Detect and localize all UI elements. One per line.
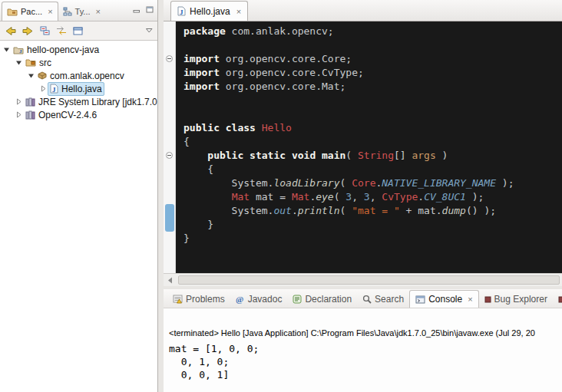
search-icon (362, 295, 372, 304)
bottom-tab-javadoc[interactable]: @Javadoc (230, 291, 288, 308)
java-file-icon: J (50, 84, 58, 94)
tree-item-opencv-2-4-6[interactable]: OpenCV-2.4.6 (0, 108, 157, 121)
bottom-tab-label: Bug Explorer (494, 294, 547, 305)
scroll-left-icon[interactable] (164, 274, 176, 286)
bottom-tab-label: Search (375, 294, 404, 305)
tree-item-label: com.anlak.opencv (50, 71, 124, 81)
tree-item-hello-java[interactable]: JHello.java (0, 82, 157, 95)
editor-tab-bar: J Hello.java × (164, 0, 562, 21)
bug-icon (484, 296, 491, 303)
package-explorer-toolbar (0, 21, 157, 41)
annotation-ruler[interactable] (164, 21, 176, 273)
bottom-tab-problems[interactable]: Problems (167, 291, 230, 308)
bottom-tab-bug[interactable]: Bug (553, 291, 562, 308)
code-line: import org.opencv.core.Core; (183, 52, 562, 66)
code-line (183, 94, 562, 107)
bottom-tab-label: Declaration (305, 294, 352, 305)
code-line: package com.anlak.opencv; (183, 25, 562, 38)
horizontal-scrollbar[interactable] (164, 273, 562, 286)
package-explorer-icon (7, 8, 18, 16)
tree-item-jre-system-library-jdk1-7-0[interactable]: JRE System Library [jdk1.7.0 (0, 95, 157, 108)
declaration-icon (293, 295, 302, 304)
svg-text:J: J (52, 86, 56, 94)
expand-arrow-icon[interactable] (14, 111, 23, 118)
java-file-icon: J (177, 6, 186, 16)
svg-text:@: @ (236, 295, 243, 304)
expand-arrow-icon[interactable] (38, 85, 48, 92)
library-icon (25, 97, 35, 107)
code-editor: package com.anlak.opencv; import org.ope… (164, 21, 562, 273)
tree-item-content: com.anlak.opencv (35, 70, 127, 82)
code-line: import org.opencv.core.CvType; (183, 66, 562, 80)
tree-item-content: OpenCV-2.4.6 (23, 109, 99, 121)
code-line (183, 38, 562, 52)
tree-item-content: JHello.java (48, 82, 104, 96)
code-line: System.loadLibrary( Core.NATIVE_LIBRARY_… (183, 176, 562, 190)
tree-item-com-anlak-opencv[interactable]: com.anlak.opencv (0, 69, 157, 82)
bottom-tab-label: Javadoc (248, 294, 283, 305)
console-view: <terminated> Hello [Java Application] C:… (164, 308, 562, 381)
forward-button[interactable] (22, 27, 34, 35)
code-line (183, 107, 562, 121)
console-icon (415, 295, 425, 304)
panel-window-buttons (133, 6, 154, 13)
minimize-icon[interactable] (133, 6, 140, 13)
code-line: Mat mat = Mat.eye( 3, 3, CvType.CV_8UC1 … (183, 190, 562, 204)
collapse-arrow-icon[interactable] (14, 59, 23, 66)
collapse-all-button[interactable] (40, 26, 50, 35)
bottom-tab-label: Console (428, 294, 462, 305)
range-indicator (165, 204, 174, 232)
collapse-arrow-icon[interactable] (2, 46, 11, 53)
tree-item-content: JRE System Library [jdk1.7.0 (23, 96, 158, 108)
tree-item-label: JRE System Library [jdk1.7.0 (38, 97, 157, 107)
bottom-tab-declaration[interactable]: Declaration (287, 291, 357, 308)
bottom-tab-bug-explorer[interactable]: Bug Explorer (479, 291, 553, 308)
editor-panel: J Hello.java × package com.anlak.opencv;… (164, 0, 562, 286)
fold-collapse-icon[interactable] (166, 152, 173, 159)
view-tab-label: Pac... (21, 7, 42, 16)
tree-item-hello-opencv-java[interactable]: Jhello-opencv-java (0, 43, 157, 56)
bug-icon (558, 296, 562, 303)
code-line: public class Hello (183, 121, 562, 135)
view-menu-button[interactable] (146, 28, 153, 33)
console-output: mat = [1, 0, 0; 0, 1, 0; 0, 0, 1] (169, 342, 562, 381)
close-icon[interactable]: × (48, 7, 52, 16)
code-line: System.out.println( "mat = " + mat.dump(… (183, 204, 562, 218)
code-line: } (183, 218, 562, 232)
expand-arrow-icon[interactable] (14, 98, 23, 105)
package-icon (38, 71, 47, 80)
view-tab-ty[interactable]: Ty...× (58, 2, 105, 21)
fold-collapse-icon[interactable] (166, 55, 173, 62)
code-area[interactable]: package com.anlak.opencv; import org.ope… (177, 21, 562, 273)
javadoc-icon: @ (236, 295, 245, 304)
svg-text:J: J (180, 8, 183, 16)
maximize-icon[interactable] (146, 6, 154, 13)
type-hierarchy-icon (63, 7, 72, 16)
svg-text:J: J (19, 48, 22, 54)
code-line: { (183, 163, 562, 176)
scrollbar-thumb[interactable] (178, 275, 560, 285)
close-icon[interactable]: × (236, 7, 241, 16)
library-icon (25, 110, 35, 120)
bottom-tab-console[interactable]: Console× (409, 290, 478, 308)
tree-item-label: OpenCV-2.4.6 (38, 110, 97, 120)
view-tab-pac[interactable]: Pac...× (2, 2, 58, 21)
bottom-tab-search[interactable]: Search (357, 291, 409, 308)
focus-button[interactable] (73, 27, 83, 35)
code-line: import org.opencv.core.Mat; (183, 80, 562, 94)
console-panel: Problems@JavadocDeclarationSearchConsole… (164, 289, 562, 392)
collapse-arrow-icon[interactable] (26, 72, 35, 79)
link-with-editor-button[interactable] (56, 26, 67, 35)
close-icon[interactable]: × (96, 7, 101, 16)
view-tab-bar: Pac...×Ty...× (0, 0, 157, 21)
tree-item-label: src (39, 58, 51, 68)
problems-icon (173, 295, 183, 304)
src-folder-icon (25, 58, 36, 67)
editor-tab-label: Hello.java (190, 6, 230, 17)
close-icon[interactable]: × (468, 295, 472, 304)
bottom-tab-label: Problems (186, 294, 225, 305)
tree-item-label: Hello.java (61, 84, 102, 94)
tree-item-src[interactable]: src (0, 56, 157, 69)
back-button[interactable] (5, 27, 16, 35)
editor-tab-hello-java[interactable]: J Hello.java × (170, 1, 248, 21)
